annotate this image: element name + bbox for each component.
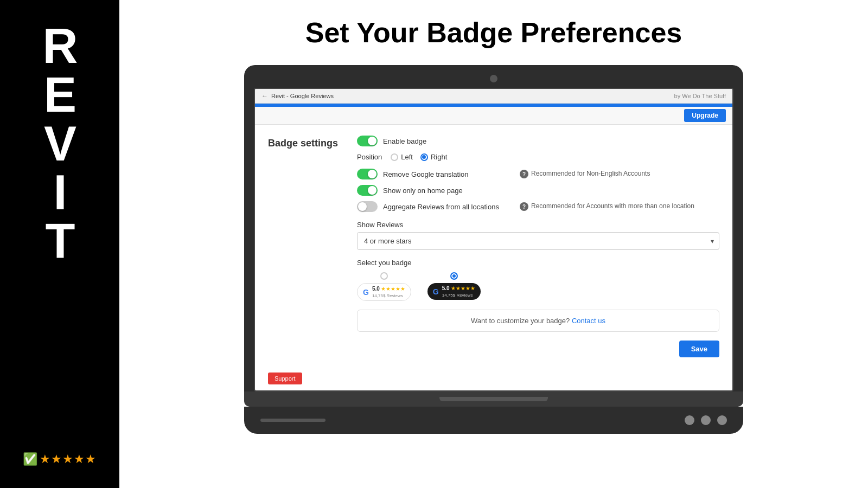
remove-translation-label: Remove Google translation — [383, 170, 469, 178]
toggle-knob — [368, 137, 376, 145]
position-right-radio[interactable] — [420, 153, 428, 161]
position-right-label: Right — [431, 153, 447, 161]
contact-text: Want to customize your badge? — [471, 317, 570, 325]
laptop-base — [244, 391, 743, 407]
show-reviews-label: Show Reviews — [357, 221, 719, 229]
toggle-rows-container: Remove Google translation ? Recommended … — [357, 169, 719, 212]
form-panel: Enable badge Position Left — [357, 136, 719, 357]
foot-line-left — [260, 419, 326, 422]
foot-dot-3 — [717, 415, 727, 425]
enable-badge-row: Enable badge — [357, 136, 719, 146]
laptop-notch-bottom — [439, 397, 548, 401]
badge-dark-info: 5.0 ★★★★★ 14,75$ Reviews — [442, 285, 475, 298]
hint-icon-2: ? — [520, 202, 528, 211]
toggle-knob-4 — [358, 202, 367, 211]
show-homepage-toggle[interactable] — [357, 185, 378, 196]
aggregate-reviews-main: Aggregate Reviews from all locations — [357, 201, 520, 212]
toggle-knob-2 — [368, 170, 376, 178]
position-label: Position — [357, 153, 382, 161]
sidebar-brand-letters: R E V I T — [43, 22, 77, 266]
position-left-option[interactable]: Left — [391, 153, 413, 161]
badge-dark-reviews: 14,75$ Reviews — [442, 293, 473, 298]
star-icons: ★★★★★ — [40, 452, 97, 466]
badge-dark-preview: G 5.0 ★★★★★ 14,75$ Reviews — [427, 283, 481, 300]
aggregate-reviews-row: Aggregate Reviews from all locations ? R… — [357, 201, 719, 212]
nav-bar-inner: Upgrade — [255, 107, 732, 125]
show-reviews-select[interactable]: 4 or more stars 3 or more stars All revi… — [357, 232, 719, 250]
badge-dark-rating: 5.0 — [442, 285, 450, 291]
foot-dot-1 — [685, 415, 694, 425]
remove-translation-toggle[interactable] — [357, 169, 378, 179]
save-row: Save — [357, 341, 719, 357]
position-row: Position Left Right — [357, 153, 719, 161]
sidebar-letter-v: V — [44, 119, 75, 168]
browser-bar-left: ← Revit - Google Reviews — [261, 92, 334, 100]
show-homepage-row: Show only on home page — [357, 185, 719, 196]
sidebar-letter-t: T — [46, 217, 74, 266]
browser-by-label: by We Do The Stuff — [674, 93, 726, 99]
remove-translation-main: Remove Google translation — [357, 169, 520, 179]
google-g-light-icon: G — [363, 288, 369, 297]
foot-dots — [685, 415, 727, 425]
remove-translation-row: Remove Google translation ? Recommended … — [357, 169, 719, 179]
badge-dark-stars: ★★★★★ — [451, 285, 475, 291]
toggle-knob-3 — [368, 186, 376, 195]
support-button[interactable]: Support — [268, 373, 302, 384]
badge-dark-radio[interactable] — [450, 272, 458, 280]
laptop-foot-bar — [244, 407, 743, 434]
position-left-radio[interactable] — [391, 153, 398, 161]
badge-light-preview: G 5.0 ★★★★★ 14,75$ Reviews — [357, 283, 411, 301]
browser-tab-title: Revit - Google Reviews — [271, 93, 334, 99]
check-icon: ✅ — [23, 452, 37, 466]
radio-inner-dot — [422, 155, 426, 159]
badge-light-info: 5.0 ★★★★★ 14,75$ Reviews — [372, 286, 405, 298]
badge-light-option[interactable]: G 5.0 ★★★★★ 14,75$ Reviews — [357, 272, 411, 301]
remove-translation-hint-text: Recommended for Non-English Accounts — [531, 170, 650, 177]
foot-dot-2 — [701, 415, 711, 425]
sidebar-rating: ✅ ★★★★★ — [23, 452, 97, 466]
laptop-mockup: ← Revit - Google Reviews by We Do The St… — [244, 65, 743, 434]
main-content: Set Your Badge Preferences ← Revit - Goo… — [119, 0, 868, 488]
sidebar-letter-i: I — [53, 168, 66, 217]
settings-content: Badge settings Enable badge Position — [255, 125, 732, 368]
position-radio-group: Left Right — [391, 153, 447, 161]
show-homepage-label: Show only on home page — [383, 187, 463, 195]
show-homepage-main: Show only on home page — [357, 185, 520, 196]
select-badge-label: Select you badge — [357, 259, 719, 267]
contact-us-link[interactable]: Contact us — [572, 317, 605, 325]
save-button[interactable]: Save — [679, 341, 719, 357]
aggregate-hint-text: Recommended for Accounts with more than … — [531, 202, 694, 210]
google-g-dark-icon: G — [433, 287, 439, 296]
sidebar-letter-r: R — [43, 22, 77, 70]
aggregate-reviews-label: Aggregate Reviews from all locations — [383, 203, 499, 211]
laptop-screen: ← Revit - Google Reviews by We Do The St… — [254, 88, 733, 391]
hint-icon-1: ? — [520, 170, 528, 178]
camera-notch — [490, 75, 497, 82]
show-reviews-select-wrapper: 4 or more stars 3 or more stars All revi… — [357, 232, 719, 250]
position-left-label: Left — [401, 153, 413, 161]
upgrade-button[interactable]: Upgrade — [684, 109, 726, 122]
badge-light-reviews: 14,75$ Reviews — [372, 293, 403, 298]
position-right-option[interactable]: Right — [420, 153, 447, 161]
page-title: Set Your Badge Preferences — [305, 16, 682, 49]
badge-light-stars: ★★★★★ — [381, 286, 405, 292]
sidebar: R E V I T ✅ ★★★★★ — [0, 0, 119, 488]
enable-badge-label: Enable badge — [383, 137, 426, 145]
browser-bar: ← Revit - Google Reviews by We Do The St… — [255, 89, 732, 104]
laptop-frame: ← Revit - Google Reviews by We Do The St… — [244, 65, 743, 391]
aggregate-hint: ? Recommended for Accounts with more tha… — [520, 201, 694, 211]
badge-light-radio[interactable] — [380, 272, 388, 280]
badge-light-rating: 5.0 — [372, 286, 380, 292]
enable-badge-toggle[interactable] — [357, 136, 378, 146]
remove-translation-hint: ? Recommended for Non-English Accounts — [520, 169, 650, 178]
contact-box: Want to customize your badge? Contact us — [357, 310, 719, 332]
badge-options: G 5.0 ★★★★★ 14,75$ Reviews — [357, 272, 719, 301]
sidebar-letter-e: E — [44, 70, 75, 119]
support-area: Support — [255, 368, 732, 384]
aggregate-reviews-toggle[interactable] — [357, 201, 378, 212]
settings-section-label: Badge settings — [268, 138, 344, 357]
browser-back-icon[interactable]: ← — [261, 92, 268, 100]
badge-dark-option[interactable]: G 5.0 ★★★★★ 14,75$ Reviews — [427, 272, 481, 300]
